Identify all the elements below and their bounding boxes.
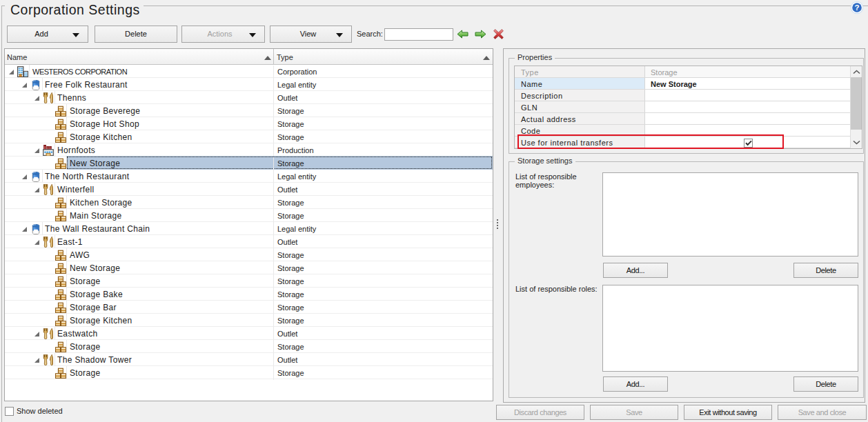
svg-text:?: ?	[854, 3, 859, 12]
